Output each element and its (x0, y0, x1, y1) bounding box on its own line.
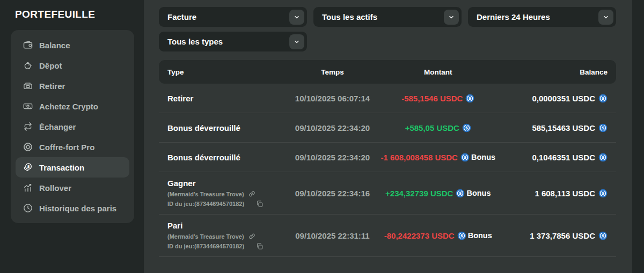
sidebar-item-label: Achetez Crypto (39, 102, 98, 111)
sidebar-item-coffre-fort-pro[interactable]: Coffre-fort Pro (16, 137, 129, 157)
usdc-icon (598, 94, 608, 103)
sidebar-item-label: Coffre-fort Pro (39, 143, 94, 152)
game-name-line: (Mermaid's Treasure Trove) (167, 233, 291, 240)
table-row[interactable]: Gagner (Mermaid's Treasure Trove) ID du … (159, 172, 616, 215)
chart-icon (23, 182, 33, 193)
transaction-time: 09/10/2025 22:31:11 (291, 231, 375, 240)
table-row[interactable]: Retirer 10/10/2025 06:07:14 -585,1546 US… (159, 84, 616, 113)
type-filter-value: Tous les types (167, 37, 223, 46)
type-filter-dropdown[interactable]: Tous les types (159, 32, 307, 51)
game-id-line: ID du jeu:(87344694570182) (167, 200, 291, 208)
sidebar-item-historique-des-paris[interactable]: Historique des paris (16, 198, 129, 218)
invoice-filter-value: Facture (167, 12, 196, 21)
bonus-tag: Bonus (471, 153, 495, 161)
bonus-tag: Bonus (466, 189, 491, 197)
table-body: Retirer 10/10/2025 06:07:14 -585,1546 US… (159, 84, 616, 257)
clock-icon (23, 203, 33, 213)
usdc-icon (457, 231, 466, 240)
game-name-line: (Mermaid's Treasure Trove) (167, 190, 291, 197)
chevron-down-icon[interactable] (289, 10, 304, 25)
wallet-icon (23, 40, 33, 50)
chevron-down-icon[interactable] (598, 10, 613, 25)
usdc-icon (456, 189, 465, 198)
copy-icon[interactable] (256, 242, 264, 250)
balance-value: 0,1046351 USDC (532, 153, 595, 162)
filters-bar: Facture Tous les actifs Derniers 24 Heur… (159, 7, 616, 51)
balance-value: 0,0000351 USDC (532, 94, 595, 103)
table-header: Type Temps Montant Balance (159, 60, 616, 84)
sidebar-item-label: Échanger (39, 122, 76, 131)
sidebar-item-label: Rollover (39, 183, 71, 193)
sidebar-item-label: Balance (39, 41, 70, 50)
sidebar-item-label: Historique des paris (39, 204, 116, 213)
transaction-type: Bonus déverrouillé (167, 123, 291, 132)
transaction-type: Bonus déverrouillé (167, 153, 291, 162)
chevron-down-icon[interactable] (444, 10, 459, 25)
swap-icon (23, 121, 33, 132)
header-amount: Montant (374, 68, 502, 76)
transaction-amount: +234,32739 USDC (385, 189, 453, 198)
usdc-icon (465, 94, 474, 103)
usdc-icon (462, 123, 471, 132)
sidebar-item-rollover[interactable]: Rollover (16, 178, 129, 198)
game-id-line: ID du jeu:(87344694570182) (167, 242, 291, 250)
invoice-filter-dropdown[interactable]: Facture (159, 7, 307, 27)
asset-filter-value: Tous les actifs (322, 12, 377, 21)
vault-icon (23, 142, 33, 152)
balance-value: 1 608,113 USDC (535, 189, 595, 198)
sidebar-item-transaction[interactable]: Transaction (16, 157, 129, 178)
sidebar-item-retirer[interactable]: Retirer (16, 76, 129, 96)
transaction-amount: +585,05 USDC (405, 123, 459, 132)
page-title: PORTEFEUILLE (15, 9, 134, 20)
link-icon[interactable] (248, 233, 255, 240)
usdc-icon (598, 123, 608, 132)
sidebar-item-balance[interactable]: Balance (16, 35, 129, 55)
period-filter-dropdown[interactable]: Derniers 24 Heures (468, 7, 616, 27)
balance-value: 1 373,7856 USDC (530, 231, 595, 240)
transaction-type: Gagner (167, 179, 291, 188)
cash-withdraw-icon (23, 80, 33, 91)
table-row[interactable]: Pari (Mermaid's Treasure Trove) ID du je… (159, 215, 616, 257)
table-row[interactable]: Bonus déverrouillé 09/10/2025 22:34:20 +… (159, 113, 616, 143)
transaction-type: Pari (167, 221, 291, 230)
table-row[interactable]: Bonus déverrouillé 09/10/2025 22:34:20 -… (159, 143, 616, 172)
usdc-icon (598, 153, 608, 162)
header-balance: Balance (502, 68, 608, 76)
transaction-time: 09/10/2025 22:34:16 (291, 189, 375, 198)
game-id: ID du jeu:(87344694570182) (167, 201, 244, 207)
sidebar-item-label: Transaction (39, 163, 84, 172)
wallet-sidebar: PORTEFEUILLE Balance Dêpot Retirer Achet… (0, 0, 144, 273)
banknote-icon (23, 101, 33, 112)
usdc-icon (598, 231, 608, 240)
header-time: Temps (291, 68, 375, 76)
bonus-tag: Bonus (468, 231, 492, 240)
transaction-type: Retirer (167, 94, 291, 103)
period-filter-value: Derniers 24 Heures (477, 12, 550, 21)
header-type: Type (167, 68, 291, 76)
sidebar-item-achetez-crypto[interactable]: Achetez Crypto (16, 96, 129, 116)
transactions-table: Type Temps Montant Balance Retirer 10/10… (159, 60, 616, 257)
chevron-down-icon[interactable] (289, 34, 304, 49)
transaction-time: 09/10/2025 22:34:20 (291, 153, 375, 162)
coin-icon (23, 162, 33, 173)
balance-value: 585,15463 USDC (532, 123, 595, 132)
sidebar-item-echanger[interactable]: Échanger (16, 116, 129, 137)
copy-icon[interactable] (256, 200, 264, 208)
transaction-time: 10/10/2025 06:07:14 (291, 94, 375, 103)
main-content: Facture Tous les actifs Derniers 24 Heur… (144, 0, 632, 273)
piggy-bank-icon (23, 60, 33, 71)
transaction-time: 09/10/2025 22:34:20 (291, 123, 375, 132)
sidebar-item-depot[interactable]: Dêpot (16, 55, 129, 76)
game-id: ID du jeu:(87344694570182) (167, 243, 244, 249)
sidebar-item-label: Dêpot (39, 61, 62, 70)
usdc-icon (598, 189, 608, 198)
usdc-icon (460, 153, 470, 162)
sidebar-item-label: Retirer (39, 82, 65, 91)
sidebar-nav: Balance Dêpot Retirer Achetez Crypto Éch… (11, 30, 134, 223)
link-icon[interactable] (248, 190, 255, 197)
game-name: (Mermaid's Treasure Trove) (167, 191, 244, 197)
transaction-amount: -1 608,008458 USDC (381, 153, 458, 162)
asset-filter-dropdown[interactable]: Tous les actifs (313, 7, 462, 27)
transaction-amount: -80,2422373 USDC (384, 231, 455, 240)
game-name: (Mermaid's Treasure Trove) (167, 233, 244, 240)
